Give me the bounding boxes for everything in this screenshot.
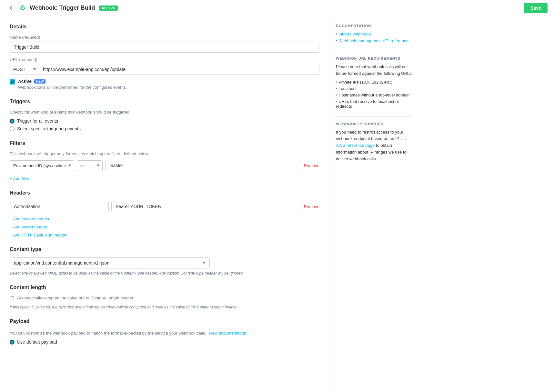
sidebar-link-intro[interactable]: Intro to webhooks [336, 32, 413, 36]
content-length-checkbox[interactable] [10, 296, 14, 300]
content-type-select[interactable]: application/vnd.contentful.management.v1… [10, 257, 210, 268]
sidebar-url-req: WEBHOOK URL REQUIREMENTS Please note tha… [336, 51, 413, 109]
add-filter-link[interactable]: + Add filter [10, 176, 30, 181]
content-type-section: Content type application/vnd.contentful.… [10, 246, 319, 276]
sidebar-docs: DOCUMENTATION Intro to webhooks Webhook … [336, 24, 413, 43]
view-docs-link[interactable]: View documentation [208, 331, 246, 336]
content-length-title: Content length [10, 285, 319, 290]
main-content: Details Name (required) URL (required) P… [0, 16, 329, 392]
gear-icon: ⚙ [19, 4, 26, 12]
sidebar-link-api[interactable]: Webhook management API reference [336, 38, 413, 43]
filter-value-input[interactable] [105, 160, 301, 171]
payload-default-label: Use default payload [17, 339, 57, 345]
header-key-input[interactable] [10, 201, 109, 212]
trigger-specific-label: Select specific triggering events [17, 126, 81, 131]
active-desc: Webhook calls will be performed for the … [18, 85, 127, 90]
filters-title: Filters [10, 140, 319, 146]
payload-default-radio[interactable] [10, 340, 15, 345]
layout: Details Name (required) URL (required) P… [0, 16, 554, 392]
sidebar-url-req-title: WEBHOOK URL REQUIREMENTS [336, 51, 413, 60]
triggers-title: Triggers [10, 99, 319, 105]
status-badge: ACTIVE [99, 5, 118, 11]
details-title: Details [10, 24, 319, 30]
trigger-all-radio[interactable] [10, 119, 15, 124]
content-length-section: Content length Automatically compute the… [10, 285, 319, 309]
list-item: Hostnames without a top-level domain [336, 93, 413, 97]
payload-desc: You can customize the webhook payload to… [10, 329, 319, 336]
active-row: Active NEW Webhook calls will be perform… [10, 79, 319, 90]
sidebar-ip-title: WEBHOOK IP SOURCES [336, 116, 413, 126]
content-type-title: Content type [10, 246, 319, 252]
add-secret-header-link[interactable]: + Add secret header [10, 225, 319, 229]
content-type-hint: Select one of allowed MIME types to be u… [10, 271, 319, 276]
filter-operator-select[interactable]: in nin eq [77, 160, 103, 171]
chevron-left-icon [8, 5, 14, 11]
sidebar-ip-text: If you need to restrict access to your w… [336, 129, 413, 163]
active-info: Active NEW Webhook calls will be perform… [18, 79, 127, 90]
sidebar-url-req-list: Private IPs (10.x, 192.x, etc.) Localhos… [336, 80, 413, 109]
sidebar: DOCUMENTATION Intro to webhooks Webhook … [329, 16, 419, 392]
payload-section: Payload You can customize the webhook pa… [10, 318, 319, 345]
back-button[interactable] [6, 4, 15, 13]
url-input[interactable] [39, 64, 319, 75]
headers-section: Headers Remove + Add custom header + Add… [10, 190, 319, 237]
payload-default-row: Use default payload [10, 339, 319, 345]
content-length-hint: If this option is selected, the byte siz… [10, 305, 319, 309]
list-item: Private IPs (10.x, 192.x, etc.) [336, 80, 413, 85]
header-remove-button[interactable]: Remove [304, 204, 319, 209]
filter-row: Environment ID (sys.environment.sys.id) … [10, 160, 319, 171]
header-value-input[interactable] [111, 201, 301, 212]
triggers-section: Triggers Specify for what kind of events… [10, 99, 319, 131]
content-length-label: Automatically compute the value of the C… [17, 296, 134, 300]
details-section: Details Name (required) URL (required) P… [10, 24, 319, 90]
sidebar-url-req-text: Please note that webhook calls will not … [336, 64, 413, 77]
filter-remove-button[interactable]: Remove [304, 163, 319, 168]
filter-field-select[interactable]: Environment ID (sys.environment.sys.id) [10, 160, 74, 171]
list-item: Localhost [336, 86, 413, 91]
content-length-row: Automatically compute the value of the C… [10, 296, 319, 302]
payload-title: Payload [10, 318, 319, 324]
list-item: URLs that resolve to localhost or redire… [336, 99, 413, 109]
trigger-all-label: Trigger for all events [17, 118, 58, 124]
method-select[interactable]: POST GET PUT DELETE PATCH [10, 64, 39, 75]
new-badge: NEW [34, 79, 45, 84]
headers-title: Headers [10, 190, 319, 196]
add-basic-auth-link[interactable]: + Add HTTP Basic Auth header [10, 233, 319, 237]
filters-section: Filters This webhook will trigger only f… [10, 140, 319, 181]
url-row: POST GET PUT DELETE PATCH [10, 64, 319, 75]
sidebar-ip-sources: WEBHOOK IP SOURCES If you need to restri… [336, 116, 413, 163]
header-entry-row: Remove [10, 201, 319, 212]
add-custom-header-link[interactable]: + Add custom header [10, 216, 319, 221]
name-label: Name (required) [10, 35, 319, 40]
sidebar-doc-title: DOCUMENTATION [336, 24, 413, 28]
triggers-desc: Specify for what kind of events this web… [10, 110, 319, 115]
trigger-specific-radio[interactable] [10, 126, 15, 131]
page-header: ⚙ Webhook: Trigger Build ACTIVE Save [0, 0, 554, 16]
trigger-all-row: Trigger for all events [10, 118, 319, 124]
url-label: URL (required) [10, 57, 319, 62]
active-label-row: Active NEW [18, 79, 127, 84]
header-left: ⚙ Webhook: Trigger Build ACTIVE [6, 4, 118, 13]
trigger-specific-row: Select specific triggering events [10, 126, 319, 131]
save-button[interactable]: Save [524, 3, 548, 13]
filters-desc: This webhook will trigger only for entit… [10, 151, 319, 156]
page-title: Webhook: Trigger Build [30, 5, 95, 11]
name-input[interactable] [10, 42, 319, 53]
active-checkbox[interactable] [10, 79, 15, 85]
